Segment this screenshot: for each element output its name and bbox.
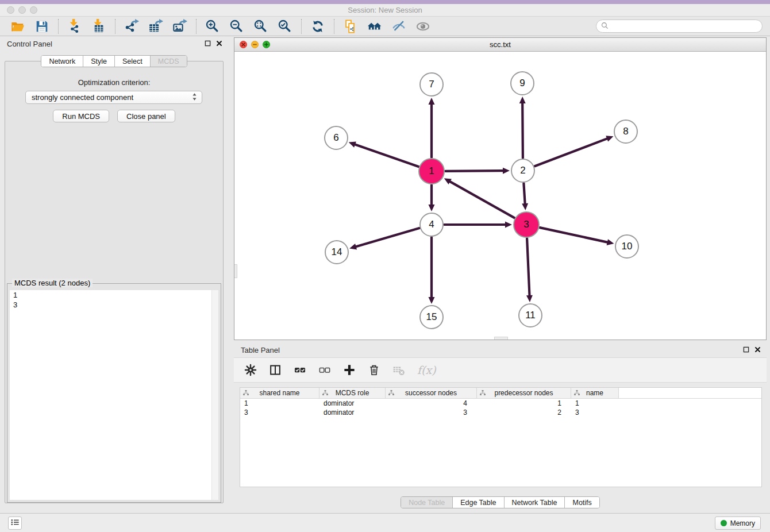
graph-node-6[interactable]: 6 <box>324 126 348 150</box>
column-header-name[interactable]: name <box>571 388 619 398</box>
export-network-icon[interactable] <box>122 18 141 35</box>
table-cell[interactable]: 2 <box>477 408 571 417</box>
save-session-icon[interactable] <box>32 18 52 35</box>
table-cell[interactable]: dominator <box>319 408 386 417</box>
column-header-shared-name[interactable]: shared name <box>240 388 319 398</box>
memory-label: Memory <box>730 519 755 527</box>
table-cell[interactable]: 1 <box>240 399 319 408</box>
tab-network[interactable]: Network <box>41 56 83 67</box>
graph-node-15[interactable]: 15 <box>419 305 444 329</box>
mcds-result-title: MCDS result (2 nodes) <box>12 279 93 287</box>
table-panel: Table Panel f(x) shared nameMCDS rolesuc… <box>234 342 767 510</box>
tab-motifs[interactable]: Motifs <box>565 497 599 508</box>
import-network-icon[interactable] <box>65 18 84 35</box>
toolbar-separator <box>58 19 59 34</box>
select-stepper-icon <box>192 92 197 103</box>
export-table-icon[interactable] <box>146 18 165 35</box>
window-titlebar: Session: New Session <box>0 4 770 17</box>
result-scrollbar[interactable] <box>211 290 218 500</box>
column-header-successor-nodes[interactable]: successor nodes <box>386 388 477 398</box>
table-cell[interactable]: 1 <box>571 399 619 408</box>
zoom-out-icon[interactable] <box>227 18 247 35</box>
column-browser-icon[interactable] <box>269 364 282 376</box>
graph-node-8[interactable]: 8 <box>614 119 638 144</box>
tab-bar: NetworkStyleSelectMCDS <box>41 55 187 67</box>
toolbar-icon-groups <box>6 18 435 35</box>
show-all-icon[interactable] <box>413 18 433 35</box>
zoom-in-icon[interactable] <box>203 18 222 35</box>
network-canvas[interactable]: 1234678910111415 <box>234 52 766 340</box>
graph-node-7[interactable]: 7 <box>419 72 444 97</box>
tab-network-table[interactable]: Network Table <box>505 497 565 508</box>
network-window-titlebar[interactable]: scc.txt <box>234 38 766 52</box>
export-image-icon[interactable] <box>170 18 190 35</box>
optimization-criterion-label: Optimization criterion: <box>0 78 228 87</box>
graph-node-11[interactable]: 11 <box>518 303 542 327</box>
run-mcds-button[interactable]: Run MCDS <box>53 110 109 122</box>
optimization-criterion-select[interactable]: strongly connected component <box>25 91 202 104</box>
graph-node-1[interactable]: 1 <box>418 158 445 184</box>
edge-layer <box>234 52 766 340</box>
import-table-icon[interactable] <box>89 18 109 35</box>
zoom-selected-icon[interactable] <box>275 18 295 35</box>
table-cell[interactable]: 3 <box>386 408 477 417</box>
graph-node-9[interactable]: 9 <box>510 71 534 95</box>
delete-table-icon[interactable] <box>392 364 405 376</box>
memory-button[interactable]: Memory <box>715 516 761 530</box>
graph-node-4[interactable]: 4 <box>419 213 444 237</box>
optimization-criterion-value: strongly connected component <box>32 93 192 102</box>
close-table-panel-icon[interactable] <box>754 346 761 353</box>
open-session-icon[interactable] <box>8 18 28 35</box>
graph-node-2[interactable]: 2 <box>511 159 535 183</box>
float-panel-icon[interactable] <box>205 40 211 47</box>
mcds-result-list[interactable]: 13 <box>10 290 218 500</box>
table-cell[interactable]: 3 <box>571 408 619 417</box>
table-row[interactable]: 1dominator411 <box>240 399 761 408</box>
graph-node-3[interactable]: 3 <box>513 211 540 238</box>
delete-row-icon[interactable] <box>368 364 380 376</box>
table-cell[interactable]: 1 <box>477 399 571 408</box>
zoom-fit-icon[interactable] <box>251 18 271 35</box>
search-input[interactable] <box>611 22 757 30</box>
first-neighbors-icon[interactable] <box>365 18 384 35</box>
refresh-icon[interactable] <box>308 18 328 35</box>
table-settings-icon[interactable] <box>244 364 257 376</box>
hide-selected-icon[interactable] <box>389 18 409 35</box>
tab-mcds[interactable]: MCDS <box>151 56 187 67</box>
session-title: Session: New Session <box>0 6 770 14</box>
select-all-rows-icon[interactable] <box>294 364 306 376</box>
add-row-icon[interactable] <box>343 364 356 376</box>
node-table: shared nameMCDS rolesuccessor nodesprede… <box>240 387 762 487</box>
mcds-result-item[interactable]: 1 <box>10 290 218 300</box>
workspace: Control Panel NetworkStyleSelectMCDS Opt… <box>0 36 770 513</box>
clone-network-icon[interactable] <box>341 18 360 35</box>
column-header-predecessor-nodes[interactable]: predecessor nodes <box>477 388 571 398</box>
canvas-splitter-handle-left[interactable] <box>234 264 237 278</box>
graph-node-10[interactable]: 10 <box>615 234 639 259</box>
deselect-all-rows-icon[interactable] <box>318 364 331 376</box>
canvas-splitter-handle-bottom[interactable] <box>494 337 508 340</box>
task-history-button[interactable] <box>8 516 22 530</box>
function-builder-icon[interactable]: f(x) <box>417 364 436 376</box>
float-table-panel-icon[interactable] <box>743 346 749 353</box>
mcds-result-item[interactable]: 3 <box>10 300 218 310</box>
tab-node-table[interactable]: Node Table <box>401 497 453 508</box>
memory-status-icon <box>721 520 727 526</box>
table-cell[interactable]: 3 <box>240 408 319 417</box>
column-header-MCDS-role[interactable]: MCDS role <box>319 388 386 398</box>
tab-select[interactable]: Select <box>115 56 151 67</box>
tab-style[interactable]: Style <box>83 56 115 67</box>
mcds-result-group: MCDS result (2 nodes) 13 <box>7 283 221 503</box>
close-panel-icon[interactable] <box>216 40 222 47</box>
graph-node-14[interactable]: 14 <box>325 240 349 264</box>
window-top-strip <box>0 0 770 4</box>
table-row[interactable]: 3dominator323 <box>240 408 761 417</box>
network-file-title: scc.txt <box>234 40 766 49</box>
close-panel-button[interactable]: Close panel <box>117 110 175 122</box>
table-cell[interactable]: 4 <box>386 399 477 408</box>
table-cell[interactable]: dominator <box>319 399 386 408</box>
network-view-window: scc.txt 1234678910111415 <box>234 37 767 340</box>
search-box[interactable] <box>596 20 763 33</box>
tab-edge-table[interactable]: Edge Table <box>453 497 504 508</box>
task-list-icon <box>10 518 20 529</box>
